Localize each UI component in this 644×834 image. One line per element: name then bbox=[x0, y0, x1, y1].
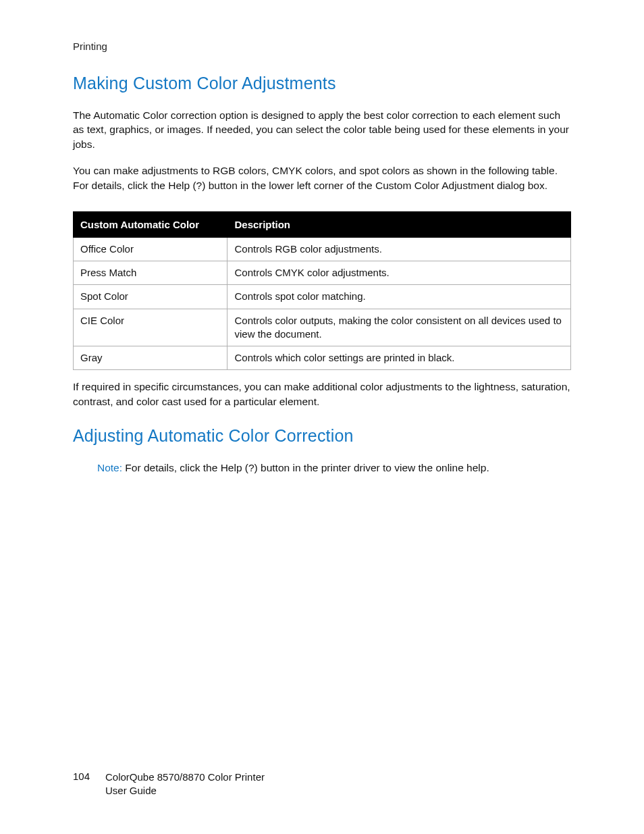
table-cell: Controls which color settings are printe… bbox=[227, 346, 571, 370]
document-type: User Guide bbox=[105, 784, 265, 798]
table-cell: CIE Color bbox=[74, 309, 227, 346]
note-line: Note: For details, click the Help (?) bu… bbox=[73, 461, 571, 475]
page-number: 104 bbox=[73, 771, 93, 782]
table-cell: Controls CMYK color adjustments. bbox=[227, 261, 571, 285]
custom-automatic-color-table: Custom Automatic Color Description Offic… bbox=[73, 211, 571, 371]
table-header-col2: Description bbox=[227, 211, 571, 237]
note-label: Note: bbox=[97, 462, 122, 473]
table-row: Office Color Controls RGB color adjustme… bbox=[74, 237, 571, 261]
table-header-col1: Custom Automatic Color bbox=[74, 211, 227, 237]
table-cell: Spot Color bbox=[74, 285, 227, 309]
paragraph-additional-adjustments: If required in specific circumstances, y… bbox=[73, 380, 571, 409]
paragraph-intro: The Automatic Color correction option is… bbox=[73, 108, 571, 151]
table-row: CIE Color Controls color outputs, making… bbox=[74, 309, 571, 346]
heading-making-custom-color-adjustments: Making Custom Color Adjustments bbox=[73, 74, 571, 93]
product-name: ColorQube 8570/8870 Color Printer bbox=[105, 771, 265, 784]
page-footer: 104 ColorQube 8570/8870 Color Printer Us… bbox=[73, 771, 265, 798]
section-label: Printing bbox=[73, 41, 571, 52]
color-table-container: Custom Automatic Color Description Offic… bbox=[73, 211, 571, 371]
table-cell: Controls color outputs, making the color… bbox=[227, 309, 571, 346]
table-cell: Office Color bbox=[74, 237, 227, 261]
product-info: ColorQube 8570/8870 Color Printer User G… bbox=[105, 771, 265, 798]
table-row: Gray Controls which color settings are p… bbox=[74, 346, 571, 370]
table-row: Spot Color Controls spot color matching. bbox=[74, 285, 571, 309]
note-text: For details, click the Help (?) button i… bbox=[122, 462, 489, 473]
heading-adjusting-automatic-color-correction: Adjusting Automatic Color Correction bbox=[73, 426, 571, 446]
paragraph-adjustments: You can make adjustments to RGB colors, … bbox=[73, 163, 571, 192]
table-cell: Gray bbox=[74, 346, 227, 370]
table-header-row: Custom Automatic Color Description bbox=[74, 211, 571, 237]
table-cell: Press Match bbox=[74, 261, 227, 285]
table-row: Press Match Controls CMYK color adjustme… bbox=[74, 261, 571, 285]
table-cell: Controls RGB color adjustments. bbox=[227, 237, 571, 261]
document-page: Printing Making Custom Color Adjustments… bbox=[0, 0, 644, 834]
table-cell: Controls spot color matching. bbox=[227, 285, 571, 309]
